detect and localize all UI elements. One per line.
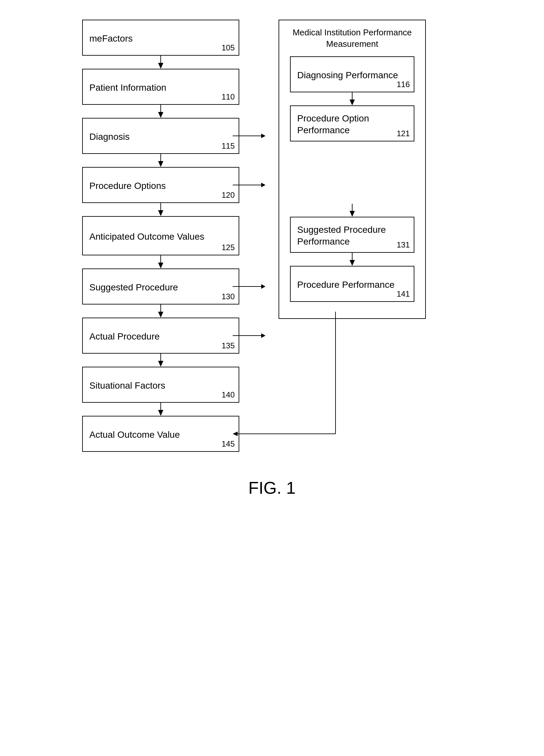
svg-marker-17: [350, 100, 355, 105]
arrow-actual-situational: [156, 354, 166, 367]
svg-marker-15: [158, 410, 163, 416]
actual-procedure-number: 135: [222, 341, 235, 350]
diagram-container: meFactors 105 Patient Information 110: [43, 20, 501, 498]
situational-factors-number: 140: [222, 390, 235, 399]
actual-outcome-box: Actual Outcome Value 145: [82, 416, 239, 452]
arrow-patient-diagnosis: [156, 105, 166, 118]
patient-information-number: 110: [222, 92, 235, 101]
outer-measurement-title: Medical Institution Performance Measurem…: [290, 27, 414, 50]
mefactors-label: meFactors: [89, 33, 133, 45]
suggested-procedure-number: 130: [222, 292, 235, 301]
situational-factors-box: Situational Factors 140: [82, 367, 239, 403]
procedure-options-box: Procedure Options 120: [82, 167, 239, 203]
arrow-situational-actual-outcome: [156, 403, 166, 416]
situational-factors-label: Situational Factors: [89, 380, 165, 392]
suggested-procedure-performance-label: Suggested Procedure Performance: [297, 224, 407, 248]
svg-marker-9: [158, 263, 163, 268]
suggested-procedure-performance-box: Suggested Procedure Performance 131: [290, 217, 414, 253]
outer-measurement-box: Medical Institution Performance Measurem…: [279, 20, 426, 319]
diagnosis-box: Diagnosis 115: [82, 118, 239, 154]
procedure-options-label: Procedure Options: [89, 180, 166, 192]
arrow-diagnosis-procedure-options: [156, 154, 166, 167]
diagnosing-performance-label: Diagnosing Performance: [297, 69, 398, 81]
patient-information-box: Patient Information 110: [82, 69, 239, 105]
diagnosis-label: Diagnosis: [89, 131, 130, 143]
anticipated-outcome-label: Anticipated Outcome Values: [89, 231, 204, 243]
diagnosing-performance-box: Diagnosing Performance 116: [290, 56, 414, 92]
arrow-diagnosing-procedure-option-perf: [290, 92, 414, 105]
diagram-wrapper: meFactors 105 Patient Information 110: [76, 20, 468, 452]
actual-outcome-label: Actual Outcome Value: [89, 429, 180, 441]
arrow-suggested-actual: [156, 304, 166, 318]
svg-marker-19: [350, 211, 355, 217]
arrow-mefactors-patient: [156, 56, 166, 69]
figure-label: FIG. 1: [248, 478, 296, 498]
anticipated-outcome-box: Anticipated Outcome Values 125: [82, 216, 239, 255]
arrow-procedure-option-perf-suggested-perf: [290, 204, 414, 217]
svg-marker-7: [158, 210, 163, 216]
svg-marker-21: [350, 260, 355, 266]
actual-procedure-label: Actual Procedure: [89, 331, 160, 342]
actual-procedure-box: Actual Procedure 135: [82, 318, 239, 354]
svg-marker-1: [158, 63, 163, 69]
svg-marker-5: [158, 161, 163, 167]
procedure-option-performance-number: 121: [397, 129, 410, 138]
procedure-performance-number: 141: [397, 289, 410, 299]
svg-marker-13: [158, 361, 163, 367]
patient-information-label: Patient Information: [89, 82, 166, 94]
diagnosis-number: 115: [222, 141, 235, 151]
arrow-procedure-options-anticipated: [156, 203, 166, 216]
mefactors-box: meFactors 105: [82, 20, 239, 56]
actual-outcome-number: 145: [222, 439, 235, 449]
suggested-procedure-box: Suggested Procedure 130: [82, 268, 239, 304]
suggested-procedure-performance-number: 131: [397, 240, 410, 249]
arrow-anticipated-suggested: [156, 255, 166, 268]
procedure-option-performance-label: Procedure Option Performance: [297, 113, 407, 137]
procedure-performance-box: Procedure Performance 141: [290, 266, 414, 302]
left-column: meFactors 105 Patient Information 110: [76, 20, 246, 452]
arrow-suggested-perf-procedure-perf: [290, 253, 414, 266]
right-column: Medical Institution Performance Measurem…: [279, 20, 426, 319]
svg-marker-11: [158, 312, 163, 318]
mefactors-number: 105: [222, 43, 235, 52]
svg-marker-3: [158, 112, 163, 118]
procedure-option-performance-box: Procedure Option Performance 121: [290, 105, 414, 141]
diagnosing-performance-number: 116: [397, 80, 410, 89]
procedure-performance-label: Procedure Performance: [297, 279, 394, 291]
anticipated-outcome-number: 125: [222, 243, 235, 252]
procedure-options-number: 120: [222, 191, 235, 200]
suggested-procedure-label: Suggested Procedure: [89, 282, 178, 293]
